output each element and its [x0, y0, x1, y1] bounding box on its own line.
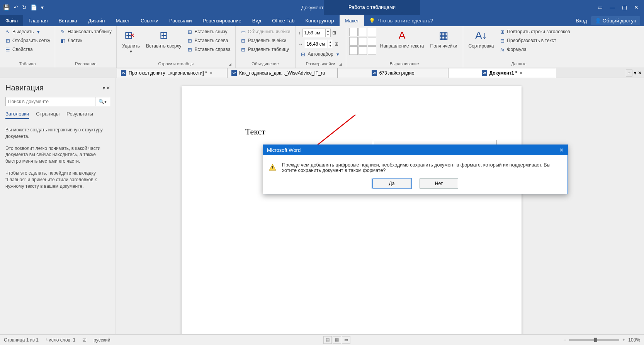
sort-button[interactable]: A↓Сортировка	[466, 28, 496, 50]
word-icon: W	[372, 70, 377, 76]
tab-menu-icon[interactable]: ▾	[634, 70, 636, 76]
spin-down-icon[interactable]: ▼	[328, 44, 333, 48]
doc-tab[interactable]: WПротокол допиту ...кциональности] *✕	[117, 68, 227, 78]
sign-in-link[interactable]: Вход	[576, 18, 587, 24]
dialog-titlebar[interactable]: Microsoft Word ✕	[263, 145, 568, 155]
split-table-button[interactable]: ⊟Разделить таблицу	[239, 46, 292, 53]
tab-references[interactable]: Ссылки	[135, 15, 164, 26]
word-icon: W	[482, 70, 487, 76]
nav-tab-results[interactable]: Результаты	[66, 111, 93, 119]
status-word-count[interactable]: Число слов: 1	[46, 337, 75, 343]
share-button[interactable]: 👤Общий доступ	[591, 16, 640, 25]
tab-review[interactable]: Рецензирование	[197, 15, 246, 26]
distribute-rows-icon[interactable]: ⊞	[332, 30, 336, 36]
insert-above-icon: ⊞	[158, 29, 170, 42]
autofit-button[interactable]: ⊞Автоподбор▾	[299, 50, 343, 58]
convert-to-text-button[interactable]: ⊟Преобразовать в текст	[498, 37, 571, 44]
nav-tab-headings[interactable]: Заголовки	[5, 111, 29, 119]
status-page[interactable]: Страница 1 из 1	[4, 337, 39, 343]
search-icon[interactable]: 🔍▾	[95, 97, 110, 106]
align-tc[interactable]	[359, 28, 367, 36]
dialog-close-icon[interactable]: ✕	[559, 147, 564, 153]
group-label: Строки и столбцы◢	[120, 61, 232, 68]
insert-left-button[interactable]: ⊞Вставить слева	[185, 37, 232, 44]
zoom-slider[interactable]	[569, 339, 619, 341]
nav-tab-pages[interactable]: Страницы	[36, 111, 59, 119]
tab-home[interactable]: Главная	[23, 15, 53, 26]
tab-table-layout[interactable]: Макет	[340, 15, 365, 26]
tab-file[interactable]: Файл	[0, 15, 23, 26]
insert-above-button[interactable]: ⊞Вставить сверху	[144, 28, 184, 50]
nav-search-input[interactable]	[6, 97, 95, 106]
chevron-down-icon: ▾	[35, 29, 41, 35]
align-ml[interactable]	[349, 37, 358, 46]
insert-right-icon: ⊞	[187, 46, 193, 53]
align-tr[interactable]	[368, 28, 376, 36]
tab-mailings[interactable]: Рассылки	[164, 15, 197, 26]
new-tab-icon[interactable]: +	[626, 70, 632, 76]
align-br[interactable]	[368, 46, 376, 55]
spin-up-icon[interactable]: ▲	[326, 29, 331, 33]
doc-tab[interactable]: W673 лайф радио	[338, 68, 448, 78]
insert-right-button[interactable]: ⊞Вставить справа	[185, 46, 232, 53]
tab-insert[interactable]: Вставка	[53, 15, 82, 26]
properties-button[interactable]: ☰Свойства	[3, 46, 52, 53]
zoom-level[interactable]: 100%	[628, 337, 640, 343]
nav-search[interactable]: 🔍▾	[5, 97, 110, 106]
tab-close-icon[interactable]: ✕	[638, 70, 642, 76]
doc-tab-active[interactable]: WДокумент1 *✕	[448, 68, 556, 78]
cell-margins-button[interactable]: ▦Поля ячейки	[428, 28, 460, 50]
close-tab-icon[interactable]: ✕	[519, 71, 523, 76]
tab-layout[interactable]: Макет	[110, 15, 135, 26]
dialog-launcher-icon[interactable]: ◢	[339, 62, 342, 66]
tell-me[interactable]: 💡Что вы хотите сделать?	[364, 15, 438, 26]
formula-button[interactable]: fxФормула	[498, 46, 571, 53]
dialog-launcher-icon[interactable]: ◢	[229, 62, 231, 66]
nav-menu-icon[interactable]: ▾	[103, 85, 105, 91]
align-bc[interactable]	[359, 46, 367, 55]
tab-office-tab[interactable]: Office Tab	[267, 15, 300, 26]
doc-tab[interactable]: WКак_подписать_док..._WiseAdvice_IT_ru	[227, 68, 338, 78]
tab-table-design[interactable]: Конструктор	[300, 15, 339, 26]
align-mc[interactable]	[359, 37, 367, 46]
delete-button[interactable]: ⊞✕Удалить▾	[120, 28, 142, 56]
insert-below-icon: ⊞	[187, 29, 193, 35]
view-print-icon[interactable]: ▦	[333, 336, 341, 344]
group-table: ↖Выделить▾ ⊞Отобразить сетку ☰Свойства Т…	[0, 26, 55, 68]
document-area[interactable]: Текст Microsoft Word ✕ ! Прежде чем доба…	[116, 78, 644, 334]
zoom-out-icon[interactable]: −	[563, 337, 566, 343]
split-cells-button[interactable]: ⊟Разделить ячейки	[239, 37, 292, 44]
distribute-cols-icon[interactable]: ⊞	[335, 41, 338, 47]
select-button[interactable]: ↖Выделить▾	[3, 28, 52, 36]
view-web-icon[interactable]: ▭	[342, 336, 350, 344]
spin-down-icon[interactable]: ▼	[326, 33, 331, 37]
col-width-input[interactable]: ▲▼	[305, 40, 333, 48]
align-bl[interactable]	[349, 46, 358, 55]
dialog-title: Microsoft Word	[267, 147, 301, 153]
alignment-grid	[349, 28, 376, 55]
repeat-header-button[interactable]: ⊞Повторить строки заголовков	[498, 28, 571, 36]
status-language[interactable]: русский	[93, 337, 110, 343]
view-gridlines-button[interactable]: ⊞Отобразить сетку	[3, 37, 52, 44]
tab-view[interactable]: Вид	[247, 15, 267, 26]
dialog-no-button[interactable]: Нет	[420, 178, 458, 189]
spin-up-icon[interactable]: ▲	[328, 40, 333, 44]
dialog-yes-button[interactable]: Да	[372, 178, 411, 189]
align-tl[interactable]	[349, 28, 358, 36]
zoom-in-icon[interactable]: +	[622, 337, 625, 343]
proofing-icon[interactable]: ☑	[82, 337, 87, 343]
draw-table-button[interactable]: ✎Нарисовать таблицу	[58, 28, 113, 36]
view-read-icon[interactable]: ▤	[323, 336, 332, 344]
nav-hint-3: Чтобы это сделать, перейдите на вкладку …	[5, 170, 110, 189]
text-direction-button[interactable]: AНаправление текста	[378, 28, 427, 50]
close-tab-icon[interactable]: ✕	[209, 71, 213, 76]
dialog-message: Прежде чем добавлять цифровые подписи, н…	[282, 162, 562, 173]
tab-design[interactable]: Дизайн	[83, 15, 110, 26]
nav-close-icon[interactable]: ✕	[106, 85, 110, 91]
merge-cells-button[interactable]: ▭Объединить ячейки	[239, 28, 292, 36]
row-height-input[interactable]: ▲▼	[302, 29, 331, 37]
align-mr[interactable]	[368, 37, 376, 46]
insert-below-button[interactable]: ⊞Вставить снизу	[185, 28, 232, 36]
nav-title: Навигация	[5, 83, 44, 92]
eraser-button[interactable]: ◧Ластик	[58, 37, 113, 44]
